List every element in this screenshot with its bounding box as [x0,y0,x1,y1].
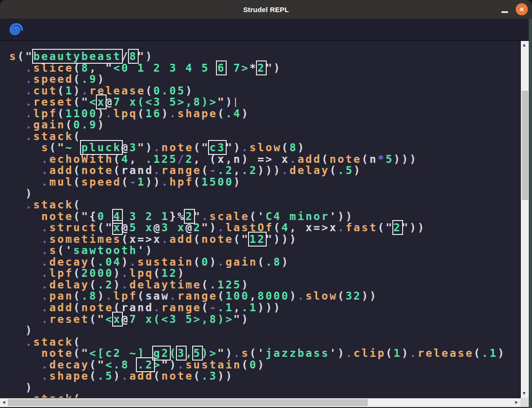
window-title: Strudel REPL [243,6,289,13]
active-token-highlight: x [97,96,105,108]
code-line: .add(note(rand.range(-.2,.2))).delay(.5) [9,165,520,176]
code-line: .sometimes(x=>x.add(note("12"))) [9,234,520,245]
code-line: .reset("<x@7 x(<3 5>,8)>") [9,314,520,325]
code-line: ) [9,382,520,394]
code-line: .stack( [9,199,520,211]
code-line: .decay(.04).sustain(0).gain(.8) [9,256,520,268]
code-line: .add(note(rand.range(-.1,.1))) [9,302,520,314]
code-line: .decay("<.8 .2>").sustain(0) [9,359,520,371]
code-line: .stack( [9,393,520,398]
scroll-right-icon[interactable]: ▶ [515,401,518,404]
active-token-highlight: pluck [81,141,121,154]
code-line: .echoWith(4, .125/2, (x,n) => x.add(note… [9,154,520,165]
code-line: .lpf(2000).lpq(12) [9,268,520,279]
code-line: note("{0 4 3 2 1}%2".scale('C4 minor')) [9,211,520,222]
scroll-down-icon[interactable]: ▼ [523,392,525,395]
code-line: .stack( [9,336,520,348]
active-token-highlight: .2 [137,359,153,371]
active-token-highlight: 2 [257,62,265,74]
active-token-highlight: 5 [194,347,202,359]
app-window: Strudel REPL ✕ s("beautybeast/8") .slice… [0,0,532,408]
close-button[interactable]: ✕ [516,3,528,15]
code-line: s("beautybeast/8") [9,51,520,62]
code-line: .shape(.5).add(note(.3)) [9,370,520,382]
code-line: .slice(8, "<0 1 2 3 4 5 6 7>*2") [9,62,520,74]
code-line: .stack( [9,131,520,142]
active-token-highlight: 6 [217,62,225,74]
active-token-highlight: g2 [154,347,169,359]
code-line: .struct("x@5 x@3 x@2").lastOf(4, x=>x.fa… [9,222,520,234]
scroll-up-icon[interactable]: ▲ [523,43,525,47]
code-line: .delay(.2).delaytime(.125) [9,279,520,291]
active-token-highlight: 4 [114,210,121,222]
code-line: .reset("<x@7 x(<3 5>,8)>") [9,96,520,108]
vertical-scrollbar[interactable]: ▲ ▼ [520,41,529,398]
scroll-left-icon[interactable]: ◀ [2,401,5,404]
code-line: s("~ pluck@3").note("c3").slow(8) [9,142,520,154]
code-line: .speed(.9) [9,74,520,85]
strudel-logo-icon[interactable] [8,22,24,37]
active-token-highlight: 12 [249,233,265,245]
active-token-highlight: beautybeast [34,50,121,62]
window-border-right [529,19,532,408]
active-token-highlight: c3 [209,141,225,154]
horizontal-scrollbar-thumb[interactable] [8,399,368,406]
active-token-highlight: 2 [185,210,193,222]
active-token-highlight: 8 [129,50,137,62]
active-token-highlight: x [114,313,121,325]
code-line: .gain(0.9) [9,119,520,131]
code-line: ) [9,325,520,336]
app-header [0,19,532,41]
scrollbar-corner [520,398,529,407]
code-line: .lpf(1100).lpq(16).shape(.4) [9,108,520,120]
code-line: .cut(1).release(0.05) [9,85,520,97]
code-line: ) [9,188,520,200]
vertical-scrollbar-thumb[interactable] [522,91,528,200]
text-cursor [235,98,236,107]
code-line: .mul(speed(-1)).hpf(1500) [9,176,520,188]
minimize-button[interactable] [501,11,508,13]
code-line: note("<[c2 ~] g2(3,5)>").s('jazzbass').c… [9,348,520,359]
code-line: .pan(.8).lpf(saw.range(100,8000).slow(32… [9,290,520,302]
close-icon: ✕ [519,6,525,13]
active-token-highlight: 3 [177,347,185,359]
window-controls: ✕ [501,0,528,19]
active-token-highlight: 2 [394,221,402,234]
code-editor[interactable]: s("beautybeast/8") .slice(8, "<0 1 2 3 4… [0,41,520,398]
active-token-highlight: x [114,221,121,234]
title-bar[interactable]: Strudel REPL ✕ [0,0,532,19]
horizontal-scrollbar[interactable]: ◀ ▶ [0,398,520,407]
code-line: .s('sawtooth') [9,245,520,256]
